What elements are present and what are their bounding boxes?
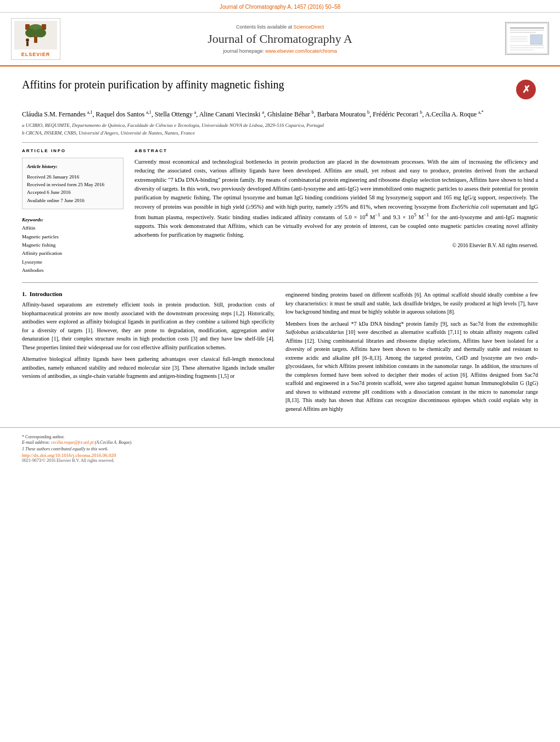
history-label: Article history: — [27, 163, 119, 170]
body-right-text: engineered binding proteins based on dif… — [285, 291, 538, 413]
keyword-magnetic-fishing: Magnetic fishing — [22, 241, 124, 249]
svg-point-3 — [35, 29, 46, 37]
affiliation-b: b CRCNA, INSERM, CNRS, Université d'Ange… — [22, 130, 538, 137]
journal-center: Contents lists available at ScienceDirec… — [60, 24, 500, 54]
body-para-2: Alternative biological affinity ligands … — [22, 355, 275, 381]
available-date: Available online 7 June 2016 — [27, 197, 119, 204]
abstract-column: ABSTRACT Currently most economical and t… — [135, 148, 538, 275]
article-title: Affitins for protein purification by aff… — [22, 77, 511, 92]
affiliation-a: a UCIBIO, REQUIMTE, Departamento de Quím… — [22, 122, 538, 130]
abstract-text: Currently most economical and technologi… — [135, 158, 538, 239]
keyword-affinity-purification: Affinity purification — [22, 249, 124, 258]
body-section: 1. Introduction Affinity-based separatio… — [22, 291, 538, 416]
body-right-column: engineered binding proteins based on dif… — [285, 291, 538, 416]
keyword-affitin: Affitin — [22, 224, 124, 232]
body-left-column: 1. Introduction Affinity-based separatio… — [22, 291, 275, 416]
body-para-1: Affinity-based separations are extremely… — [22, 300, 275, 352]
section-divider — [22, 282, 538, 283]
journal-citation-link[interactable]: Journal of Chromatography A, 1457 (2016)… — [220, 4, 340, 10]
homepage-line: journal homepage: www.elsevier.com/locat… — [60, 48, 500, 54]
elsevier-logo-icon — [14, 21, 57, 49]
svg-rect-4 — [34, 36, 37, 43]
svg-rect-14 — [530, 35, 542, 44]
email-note: E-mail address: cecilia.roque@fct.unl.pt… — [22, 439, 538, 446]
revised-date: Received in revised form 25 May 2016 — [27, 181, 119, 188]
contents-line: Contents lists available at ScienceDirec… — [60, 24, 500, 30]
article-info-column: ARTICLE INFO Article history: Received 2… — [22, 148, 124, 275]
body-para-3: engineered binding proteins based on dif… — [285, 291, 538, 316]
authors-line: Cláudia S.M. Fernandes a,1, Raquel dos S… — [22, 109, 538, 120]
main-content: Affitins for protein purification by aff… — [0, 66, 560, 427]
elsevier-text: ELSEVIER — [14, 52, 58, 57]
body-left-text: Affinity-based separations are extremely… — [22, 300, 275, 381]
journal-header: ELSEVIER Contents lists available at Sci… — [0, 13, 560, 66]
received-date: Received 26 January 2016 — [27, 173, 119, 181]
elsevier-logo: ELSEVIER — [11, 18, 60, 60]
keyword-antibodies: Antibodies — [22, 266, 124, 275]
keyword-magnetic-particles: Magnetic particles — [22, 233, 124, 241]
journal-cover-icon — [506, 23, 548, 54]
svg-rect-5 — [25, 24, 30, 30]
journal-logo-image — [505, 22, 549, 55]
article-info-abstract-section: ARTICLE INFO Article history: Received 2… — [22, 142, 538, 275]
journal-title: Journal of Chromatography A — [60, 32, 500, 46]
svg-point-2 — [25, 29, 36, 37]
article-title-section: Affitins for protein purification by aff… — [22, 77, 538, 104]
svg-point-7 — [26, 38, 29, 42]
svg-rect-8 — [26, 42, 29, 46]
corresponding-note: * Corresponding author. — [22, 434, 538, 439]
article-info-heading: ARTICLE INFO — [22, 148, 124, 153]
keywords-section: Keywords: Affitin Magnetic particles Mag… — [22, 216, 124, 275]
top-bar: Journal of Chromatography A, 1457 (2016)… — [0, 0, 560, 13]
issn-line: 0021-9673/© 2016 Elsevier B.V. All right… — [22, 458, 538, 463]
body-para-4: Members from the archaeal *7 kDa DNA bin… — [285, 320, 538, 414]
keyword-lysozyme: Lysozyme — [22, 258, 124, 266]
page-footer: * Corresponding author. E-mail address: … — [0, 427, 560, 467]
svg-rect-6 — [42, 24, 46, 30]
article-info-box: Article history: Received 26 January 201… — [22, 158, 124, 209]
copyright-line: © 2016 Elsevier B.V. All rights reserved… — [135, 243, 538, 248]
homepage-link[interactable]: www.elsevier.com/locate/chroma — [265, 48, 337, 54]
keywords-label: Keywords: — [22, 216, 124, 224]
email-link[interactable]: cecilia.roque@fct.unl.pt — [51, 440, 94, 445]
crossmark-icon: ✗ — [516, 80, 536, 99]
abstract-heading: ABSTRACT — [135, 148, 538, 153]
journal-logo-right — [500, 22, 549, 56]
crossmark-badge-container: ✗ — [516, 80, 538, 99]
sciencedirect-link[interactable]: ScienceDirect — [294, 24, 324, 30]
doi-anchor[interactable]: http://dx.doi.org/10.1016/j.chroma.2016.… — [22, 453, 116, 458]
affiliations: a UCIBIO, REQUIMTE, Departamento de Quím… — [22, 122, 538, 137]
equal-contribution-note: 1 These authors contributed equally to t… — [22, 446, 538, 453]
svg-text:✗: ✗ — [522, 84, 530, 95]
section-1-title: 1. Introduction — [22, 291, 275, 297]
doi-link: http://dx.doi.org/10.1016/j.chroma.2016.… — [22, 453, 538, 458]
accepted-date: Accepted 6 June 2016 — [27, 188, 119, 196]
